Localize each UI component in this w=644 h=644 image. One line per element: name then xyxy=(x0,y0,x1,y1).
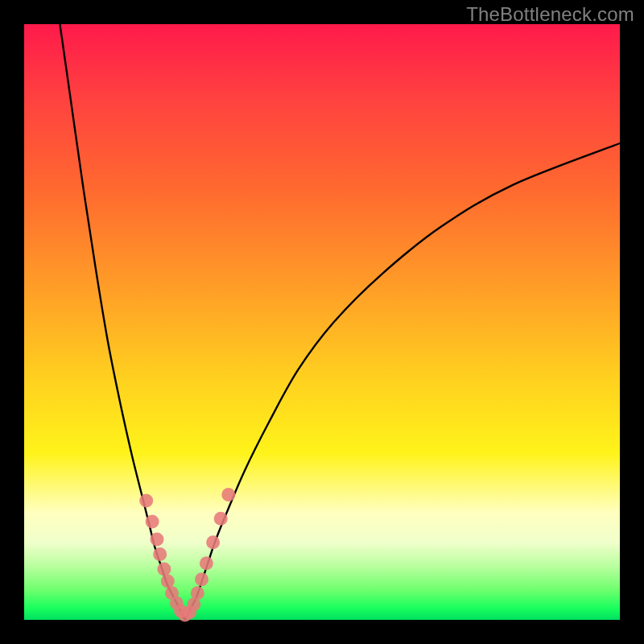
chart-frame: TheBottleneck.com xyxy=(0,0,644,644)
marker-point xyxy=(200,556,213,570)
marker-point xyxy=(146,514,159,528)
marker-point xyxy=(195,572,208,586)
marker-point xyxy=(206,535,220,549)
marker-point xyxy=(214,512,228,526)
marker-point xyxy=(191,586,204,600)
marker-point xyxy=(139,494,153,508)
marker-point xyxy=(153,547,167,561)
watermark-text: TheBottleneck.com xyxy=(466,3,634,26)
marker-point xyxy=(157,563,171,576)
curve-left-branch xyxy=(60,24,184,620)
marker-point xyxy=(151,533,164,547)
marker-point xyxy=(161,574,175,588)
bottleneck-curve xyxy=(60,24,620,620)
curve-layer xyxy=(24,24,620,620)
plot-area xyxy=(24,24,620,620)
marker-point xyxy=(221,488,235,502)
curve-right-branch xyxy=(185,143,620,620)
marker-cluster xyxy=(139,488,235,622)
